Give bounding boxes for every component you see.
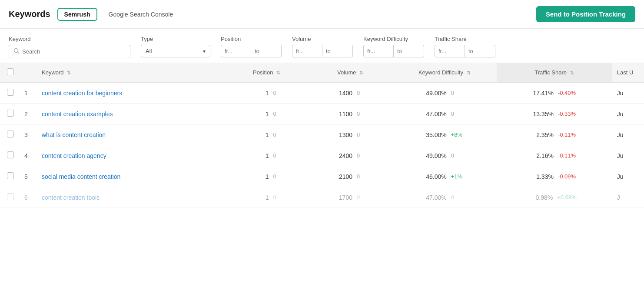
volume-filter-label: Volume [292,36,353,42]
traffic-to-input[interactable] [465,45,495,57]
kd-to-input[interactable] [394,45,424,57]
traffic-delta: -0.09% [558,173,576,180]
row-keyword[interactable]: content creation tools [37,187,225,208]
row-checkbox-cell[interactable] [0,145,19,166]
traffic-delta: -0.40% [558,90,576,96]
th-volume[interactable]: Volume ⇅ [309,63,392,82]
row-checkbox[interactable] [7,172,14,179]
position-filter: Position [221,36,282,57]
traffic-delta: -0.33% [558,111,576,117]
volume-from-input[interactable] [292,45,322,57]
row-kd: 47.00% 0 [392,187,497,208]
type-filter-label: Type [141,36,210,42]
kd-delta: 0 [451,194,463,201]
position-sort-icon[interactable]: ⇅ [276,70,280,76]
row-traffic: 2.35% -0.11% [497,124,612,145]
position-delta: 0 [273,90,285,96]
traffic-value: 1.33% [533,173,554,180]
kd-filter: Keyword Difficulty [363,36,424,57]
row-checkbox[interactable] [7,131,14,137]
row-last: Ju [612,124,644,145]
traffic-delta: -0.11% [558,152,576,159]
row-checkbox[interactable] [7,193,14,200]
row-checkbox-cell[interactable] [0,187,19,208]
row-volume: 1100 0 [309,104,392,124]
volume-value: 2100 [332,173,352,180]
kd-delta: 0 [451,111,463,117]
position-value: 1 [248,131,269,138]
row-num: 1 [19,82,37,104]
row-keyword[interactable]: what is content creation [37,124,225,145]
volume-delta: 0 [357,131,369,138]
row-keyword[interactable]: content creation for beginners [37,82,225,104]
volume-delta: 0 [357,173,369,180]
row-position: 1 0 [225,82,309,104]
row-kd: 49.00% 0 [392,82,497,104]
position-filter-label: Position [221,36,282,42]
traffic-from-input[interactable] [435,45,465,57]
row-keyword[interactable]: content creation agency [37,145,225,166]
table-row: 3 what is content creation 1 0 1300 0 35… [0,124,644,145]
kd-value: 49.00% [426,90,447,97]
volume-delta: 0 [357,90,369,96]
traffic-value: 2.16% [533,152,554,159]
th-position[interactable]: Position ⇅ [225,63,309,82]
row-traffic: 1.33% -0.09% [497,166,612,187]
row-checkbox-cell[interactable] [0,166,19,187]
position-delta: 0 [273,194,285,201]
th-keyword[interactable]: Keyword ⇅ [37,63,225,82]
keyword-sort-icon[interactable]: ⇅ [67,70,71,76]
header: Keywords Semrush Google Search Console S… [0,0,644,29]
volume-value: 1300 [332,131,352,138]
volume-sort-icon[interactable]: ⇅ [359,70,363,76]
th-kd[interactable]: Keyword Difficulty ⇅ [392,63,497,82]
row-num: 4 [19,145,37,166]
row-checkbox-cell[interactable] [0,104,19,124]
position-delta: 0 [273,111,285,117]
row-kd: 47.00% 0 [392,104,497,124]
position-range [221,45,282,57]
row-last: Ju [612,82,644,104]
row-keyword[interactable]: content creation examples [37,104,225,124]
volume-value: 1400 [332,90,352,97]
search-input[interactable] [22,48,126,55]
th-traffic[interactable]: Traffic Share ⇅ [497,63,612,82]
type-filter: Type All ▾ [141,36,210,57]
table-row: 5 social media content creation 1 0 2100… [0,166,644,187]
traffic-sort-icon[interactable]: ⇅ [570,70,574,76]
row-volume: 1300 0 [309,124,392,145]
volume-to-input[interactable] [322,45,353,57]
row-num: 6 [19,187,37,208]
keyword-search-wrap [9,45,130,58]
kd-delta: +8% [451,131,463,138]
row-position: 1 0 [225,124,309,145]
row-last: J [612,187,644,208]
row-volume: 1700 0 [309,187,392,208]
row-checkbox[interactable] [7,151,14,158]
th-checkbox[interactable] [0,63,19,82]
kd-from-input[interactable] [363,45,394,57]
row-last: Ju [612,145,644,166]
send-to-position-tracking-button[interactable]: Send to Position Tracking [536,6,635,22]
th-last: Last U [612,63,644,82]
row-checkbox-cell[interactable] [0,124,19,145]
row-keyword[interactable]: social media content creation [37,166,225,187]
row-num: 3 [19,124,37,145]
position-from-input[interactable] [221,45,251,57]
row-checkbox[interactable] [7,89,14,96]
row-checkbox[interactable] [7,110,14,117]
volume-delta: 0 [357,152,369,159]
row-volume: 1400 0 [309,82,392,104]
tab-google[interactable]: Google Search Console [103,9,179,20]
row-last: Ju [612,166,644,187]
kd-sort-icon[interactable]: ⇅ [467,70,471,76]
position-to-input[interactable] [251,45,282,57]
keyword-filter: Keyword [9,36,130,58]
row-checkbox-cell[interactable] [0,82,19,104]
traffic-filter-label: Traffic Share [435,36,495,42]
type-select[interactable]: All ▾ [141,45,210,57]
select-all-checkbox[interactable] [7,68,14,75]
traffic-delta: +0.08% [557,194,576,201]
tab-semrush[interactable]: Semrush [57,8,97,21]
position-value: 1 [248,173,269,180]
